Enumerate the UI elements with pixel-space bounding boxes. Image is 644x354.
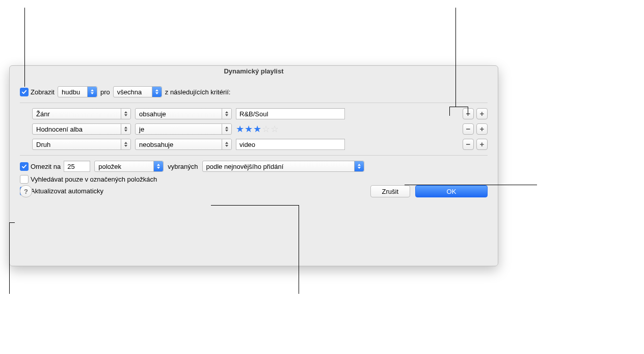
rule-row: Žánr obsahuje R&B/Soul − + [20,106,488,121]
rule-field-value: Hodnocení alba [36,125,83,133]
add-rule-button[interactable]: + [476,139,488,150]
rule-op-value: neobsahuje [139,141,173,148]
caret-icon [87,87,97,97]
minus-icon: − [466,125,471,133]
rule-op-popup[interactable]: je [135,123,232,135]
rule-op-popup[interactable]: neobsahuje [135,139,232,150]
plus-icon: + [480,110,485,117]
caret-icon [153,161,163,171]
match-checkbox[interactable] [20,88,29,96]
plus-icon: + [480,140,485,148]
cancel-button[interactable]: Zrušit [370,185,411,197]
limit-count-input[interactable]: 25 [64,161,90,172]
caret-icon [222,124,231,134]
limit-row: Omezit na 25 položek vybraných podle nej… [20,161,488,172]
cancel-button-label: Zrušit [382,188,399,195]
rule-value-input[interactable]: R&B/Soul [236,108,345,119]
match-condition-popup[interactable]: všechna [113,86,162,97]
rule-op-value: je [139,125,144,133]
limit-unit-value: položek [98,163,121,170]
rule-row: Druh neobsahuje video − + [20,137,488,152]
limit-label: Omezit na [31,163,61,170]
caret-icon [222,139,231,149]
remove-rule-button[interactable]: − [463,123,474,135]
match-prefix: Zobrazit [31,88,55,96]
star-icon[interactable]: ★ [253,124,261,134]
footer-buttons: Zrušit OK [370,185,488,197]
rule-rating-stars[interactable]: ★ ★ ★ ☆ ☆ [236,124,279,134]
add-rule-button[interactable]: + [476,108,488,119]
limit-checkbox[interactable] [20,162,29,171]
caret-icon [222,109,231,119]
rule-field-popup[interactable]: Druh [32,139,131,150]
rule-value-input[interactable]: video [236,139,345,150]
limit-order-value: podle nejnovějšího přidání [206,163,284,170]
dialog-content: Zobrazit hudbu pro všechna z následující… [10,77,498,205]
caret-icon [354,161,364,171]
window-title: Dynamický playlist [10,66,498,77]
match-suffix: z následujících kritérií: [165,88,231,96]
rule-field-popup[interactable]: Žánr [32,108,131,119]
limit-count-value: 25 [67,163,74,170]
add-rule-button[interactable]: + [476,123,488,135]
rule-value-text: video [239,141,255,148]
ok-button[interactable]: OK [415,185,488,197]
rules-list: Žánr obsahuje R&B/Soul − + [20,103,488,156]
limit-order-popup[interactable]: podle nejnovějšího přidání [202,161,364,172]
match-media-value: hudbu [62,88,80,96]
star-icon[interactable]: ★ [236,124,244,134]
minus-icon: − [466,140,471,148]
only-checked-row: Vyhledávat pouze v označených položkách [20,175,488,184]
plus-icon: + [480,125,485,133]
caret-icon [152,87,162,97]
caret-icon [121,139,130,149]
match-condition-value: všechna [117,88,142,96]
remove-rule-button[interactable]: − [463,139,474,150]
star-icon[interactable]: ★ [245,124,253,134]
help-button[interactable]: ? [20,185,32,197]
live-update-label: Aktualizovat automaticky [31,187,103,195]
only-checked-checkbox[interactable] [20,175,29,184]
rule-field-value: Žánr [36,110,50,118]
rule-field-value: Druh [36,141,50,148]
caret-icon [121,124,130,134]
only-checked-label: Vyhledávat pouze v označených položkách [31,175,157,183]
limit-selected-label: vybraných [168,163,198,170]
match-middle: pro [100,88,110,96]
match-media-popup[interactable]: hudbu [58,86,97,97]
match-row: Zobrazit hudbu pro všechna z následující… [20,86,488,97]
rule-row: Hodnocení alba je ★ ★ ★ ☆ ☆ [20,121,488,137]
ok-button-label: OK [447,188,457,195]
rule-field-popup[interactable]: Hodnocení alba [32,123,131,135]
rule-value-text: R&B/Soul [239,110,268,118]
smart-playlist-dialog: Dynamický playlist Zobrazit hudbu pro vš… [9,65,498,266]
rule-op-popup[interactable]: obsahuje [135,108,232,119]
limit-unit-popup[interactable]: položek [94,161,164,172]
caret-icon [121,109,130,119]
remove-rule-button[interactable]: − [463,108,474,119]
star-icon[interactable]: ☆ [262,124,270,134]
rule-op-value: obsahuje [139,110,166,118]
question-icon: ? [24,188,28,195]
star-icon[interactable]: ☆ [271,124,279,134]
